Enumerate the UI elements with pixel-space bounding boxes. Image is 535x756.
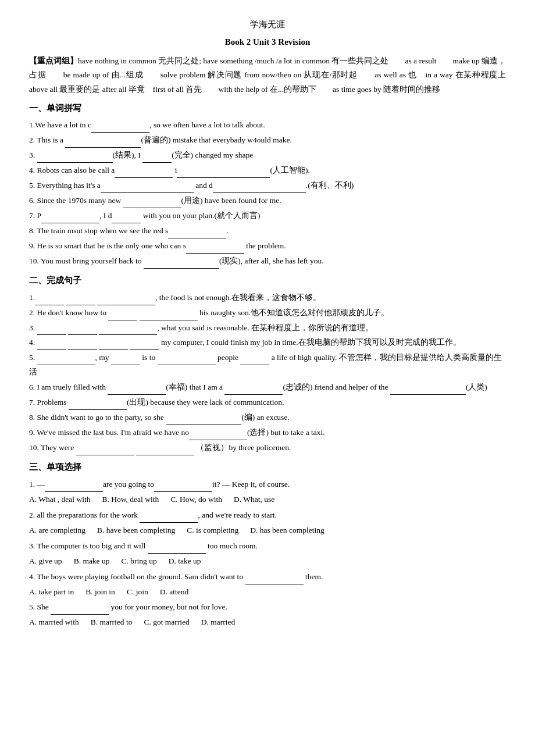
blank-1-7b[interactable]	[112, 214, 141, 223]
q2-10: 10. They were （监视）by three policemen.	[29, 441, 506, 455]
q3-4: 4. The boys were playing football on the…	[29, 570, 506, 584]
q3-2-optD: D. has been completing	[250, 523, 324, 538]
q3-4-optB: B. join in	[85, 585, 115, 600]
section2: 二、完成句子 1. , the food is not enough.在我看来，…	[29, 273, 506, 455]
blank-2-3b[interactable]	[68, 326, 97, 335]
blank-2-3a[interactable]	[37, 326, 66, 335]
blank-2-7[interactable]	[69, 401, 127, 410]
q3-1-optC: C. How, do with	[170, 493, 222, 507]
blank-1-2[interactable]	[65, 138, 141, 148]
blank-1-8[interactable]	[168, 229, 226, 238]
blank-1-10[interactable]	[144, 259, 219, 269]
q3-3-optB: B. make up	[74, 554, 110, 569]
q1-2: 2. This is a (普遍的) mistake that everybad…	[29, 133, 506, 148]
q1-10: 10. You must bring yourself back to (现实)…	[29, 254, 506, 269]
blank-2-3c[interactable]	[99, 326, 157, 335]
blank-1-3b[interactable]	[142, 154, 172, 163]
blank-3-5[interactable]	[51, 605, 109, 615]
section3-title: 三、单项选择	[29, 460, 506, 475]
blank-1-4a[interactable]	[115, 169, 173, 178]
q1-1: 1.We have a lot in c, so we often have a…	[29, 118, 506, 133]
q2-6: 6. I am truely filled with (幸福) that I a…	[29, 380, 506, 395]
q3-4-optC: C. join	[127, 585, 148, 600]
q1-3: 3. (结果), I (完全) changed my shape	[29, 148, 506, 163]
blank-2-10a[interactable]	[76, 446, 134, 455]
blank-2-4a[interactable]	[37, 341, 66, 350]
blank-2-8[interactable]	[166, 416, 241, 425]
blank-1-9[interactable]	[186, 244, 244, 254]
blank-1-4b[interactable]	[177, 169, 270, 178]
blank-2-1c[interactable]	[97, 296, 155, 305]
q2-5: 5. , my is to people a life of high qual…	[29, 351, 506, 380]
q2-8: 8. She didn't want to go to the party, s…	[29, 411, 506, 425]
blank-1-5a[interactable]	[101, 184, 194, 193]
blank-1-5b[interactable]	[213, 184, 306, 193]
blank-2-5a[interactable]	[37, 356, 95, 365]
q3-1-optD: D. What, use	[234, 493, 274, 507]
q2-9: 9. We've missed the last bus. I'm afraid…	[29, 426, 506, 440]
q3-4-optD: D. attend	[160, 585, 189, 600]
blank-2-6c[interactable]	[390, 386, 466, 395]
q3-4-options: A. take part in B. join in C. join D. at…	[29, 585, 506, 600]
key-phrases-block: 【重点词组】have nothing in common 无共同之处; have…	[29, 54, 506, 97]
blank-2-4b[interactable]	[68, 341, 97, 350]
q3-5-options: A. married with B. married to C. got mar…	[29, 615, 506, 630]
q1-7: 7. P, I d with you on your plan.(就个人而言)	[29, 209, 506, 223]
q3-1: 1. —are you going toit? — Keep it, of co…	[29, 477, 506, 492]
blank-2-5b[interactable]	[111, 356, 140, 365]
section1: 一、单词拼写 1.We have a lot in c, so we often…	[29, 101, 506, 269]
blank-2-6a[interactable]	[108, 386, 166, 395]
blank-3-4[interactable]	[245, 575, 304, 584]
blank-3-2[interactable]	[140, 513, 198, 523]
q3-2-optA: A. are completing	[29, 523, 85, 538]
q1-4: 4. Robots can also be call a i(人工智能).	[29, 163, 506, 178]
q3-2-optC: C. is completing	[187, 523, 238, 538]
section2-title: 二、完成句子	[29, 273, 506, 288]
q3-3: 3. The computer is too big and it will t…	[29, 539, 506, 554]
blank-3-1a[interactable]	[45, 483, 103, 492]
blank-2-5c[interactable]	[158, 356, 216, 365]
q3-5-optD: D. married	[201, 615, 235, 630]
blank-2-4c[interactable]	[99, 341, 128, 350]
blank-2-4d[interactable]	[130, 341, 159, 350]
blank-2-9[interactable]	[189, 431, 247, 440]
key-phrases-label: 【重点词组】	[29, 56, 78, 65]
q3-5-optB: B. married to	[91, 615, 133, 630]
q3-5: 5. She you for your money, but not for l…	[29, 600, 506, 615]
blank-2-6b[interactable]	[224, 386, 283, 395]
q3-1-optB: B. How, deal with	[102, 493, 159, 507]
blank-3-1b[interactable]	[154, 483, 212, 492]
q3-2-options: A. are completing B. have been completin…	[29, 523, 506, 538]
q1-9: 9. He is so smart that he is the only on…	[29, 239, 506, 254]
blank-2-2b[interactable]	[140, 311, 198, 320]
q3-1-optA: A. What , deal with	[29, 493, 90, 507]
section2-questions: 1. , the food is not enough.在我看来，这食物不够。 …	[29, 291, 506, 456]
subtitle: Book 2 Unit 3 Revision	[29, 35, 506, 50]
section3: 三、单项选择 1. —are you going toit? — Keep it…	[29, 460, 506, 630]
blank-2-10b[interactable]	[136, 446, 194, 455]
blank-2-5d[interactable]	[240, 356, 269, 365]
blank-1-7a[interactable]	[41, 214, 99, 223]
q1-8: 8. The train msut stop when we see the r…	[29, 224, 506, 238]
section1-title: 一、单词拼写	[29, 101, 506, 116]
blank-2-2a[interactable]	[108, 311, 137, 320]
q3-3-options: A. give up B. make up C. bring up D. tak…	[29, 554, 506, 569]
blank-1-3a[interactable]	[37, 154, 113, 163]
q2-7: 7. Problems (出现) because they were lack …	[29, 395, 506, 410]
q3-2: 2. all the preparations for the work , a…	[29, 508, 506, 523]
q1-6: 6. Since the 1970s many new (用途) have be…	[29, 194, 506, 208]
q3-3-optA: A. give up	[29, 554, 62, 569]
q3-1-options: A. What , deal with B. How, deal with C.…	[29, 493, 506, 507]
q3-3-optD: D. take up	[169, 554, 201, 569]
blank-3-3[interactable]	[148, 544, 206, 554]
q2-2: 2. He don't know how to his naughty son.…	[29, 306, 506, 320]
blank-1-6[interactable]	[123, 199, 181, 208]
section3-questions: 1. —are you going toit? — Keep it, of co…	[29, 477, 506, 630]
blank-2-1b[interactable]	[66, 296, 95, 305]
page-title: 学海无涯	[29, 17, 506, 33]
blank-2-1a[interactable]	[35, 296, 64, 305]
section1-questions: 1.We have a lot in c, so we often have a…	[29, 118, 506, 269]
blank-1-1[interactable]	[91, 123, 149, 133]
key-phrases-text: have nothing in common 无共同之处; have somet…	[29, 56, 522, 94]
q3-5-optC: C. got married	[144, 615, 189, 630]
